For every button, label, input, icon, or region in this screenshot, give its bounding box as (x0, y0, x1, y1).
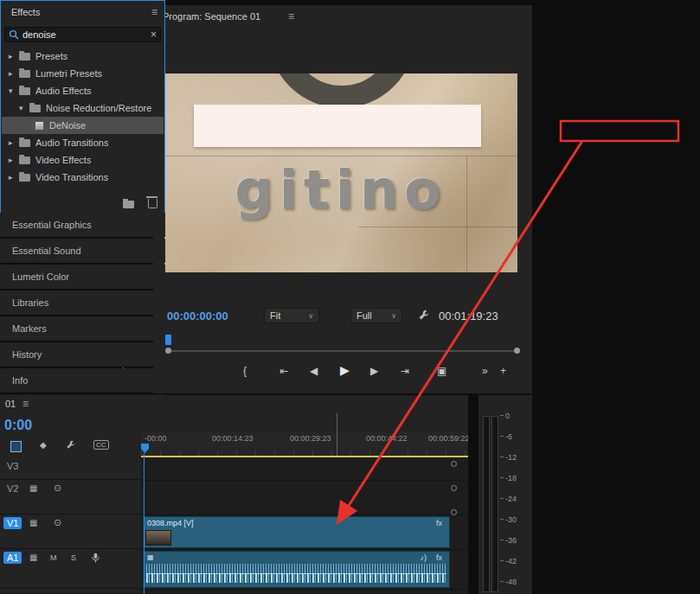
panel-tab-essential-sound[interactable]: Essential Sound (0, 239, 165, 263)
video-clip-0308[interactable]: 0308.mp4 [V] fx (143, 516, 450, 548)
export-frame-button[interactable]: ▣ (437, 365, 446, 377)
track-label-a1[interactable]: A1 (3, 552, 22, 564)
track-scroll-handle[interactable] (451, 461, 457, 467)
meter-scale-label: -42 (505, 558, 517, 565)
clip-badge-icon: ▦ (147, 553, 154, 561)
program-scrubber-track[interactable] (167, 350, 518, 352)
bin-folder-icon (19, 174, 30, 182)
track-header-v1[interactable]: V1 ▦ ⊙ (0, 514, 141, 549)
chevron-down-icon[interactable]: ▾ (9, 86, 19, 95)
panel-tab-essential-graphics[interactable]: Essential Graphics (0, 213, 165, 237)
timeline-settings-wrench-icon[interactable] (66, 440, 75, 451)
tree-item-label: Audio Transitions (35, 137, 108, 148)
bin-folder-icon (19, 156, 30, 164)
mute-button[interactable]: M (50, 553, 57, 562)
panel-menu-icon[interactable]: ≡ (151, 6, 157, 18)
panel-menu-icon[interactable]: ≡ (288, 10, 294, 22)
effects-tree-item-presets[interactable]: ▸ Presets (2, 48, 164, 65)
track-header-v3[interactable]: V3 (0, 457, 141, 480)
effects-tree-item-video-transitions[interactable]: ▸ Video Transitions (2, 169, 164, 186)
effects-search-box[interactable]: × (4, 27, 161, 42)
effects-tree-item-audio-transitions[interactable]: ▸ Audio Transitions (2, 134, 164, 151)
solo-button[interactable]: S (71, 553, 76, 562)
timeline-panel-title[interactable]: 01 (5, 399, 16, 409)
play-button[interactable]: ▶ (340, 363, 350, 377)
effects-tree-item-video-effects[interactable]: ▸ Video Effects (2, 151, 164, 169)
effects-tree-item-audio-effects[interactable]: ▾ Audio Effects (2, 82, 164, 99)
chevron-right-icon[interactable]: ▸ (9, 69, 19, 78)
meter-scale-label: -6 (505, 433, 512, 440)
fx-badge[interactable]: fx (436, 553, 442, 562)
audio-meter-panel: 0 -6 -12 -18 -24 -30 -36 -42 -48 (478, 395, 532, 594)
track-output-eye-icon[interactable]: ⊙ (54, 482, 61, 494)
nest-toggle-icon[interactable] (10, 441, 22, 452)
goto-in-button[interactable]: ⇤ (279, 365, 288, 377)
playback-resolution-select[interactable]: Full ∨ (350, 308, 402, 323)
add-marker-button[interactable]: { (243, 365, 247, 377)
track-label-v3[interactable]: V3 (7, 461, 18, 471)
effects-search-input[interactable] (19, 29, 151, 40)
panel-menu-icon[interactable]: ≡ (22, 398, 29, 410)
audio-meter-bar-left (483, 416, 490, 592)
chevron-down-icon[interactable]: ▾ (19, 104, 29, 112)
more-controls-icon[interactable]: » (482, 365, 488, 377)
panel-tab-libraries[interactable]: Libraries (0, 291, 165, 315)
add-marker-icon[interactable]: ◆ (40, 440, 47, 450)
track-header-v2[interactable]: V2 ▦ ⊙ (0, 480, 141, 514)
tile-seam (164, 156, 517, 156)
chevron-right-icon[interactable]: ▸ (9, 173, 19, 182)
program-scrubber-playhead[interactable] (165, 335, 171, 345)
bin-folder-icon (19, 87, 30, 95)
tree-item-label: Audio Effects (35, 86, 92, 96)
audio-waveform-baseline (146, 573, 446, 574)
source-patch-icon[interactable]: ▦ (29, 552, 37, 562)
track-label-v2[interactable]: V2 (7, 483, 18, 494)
chevron-right-icon[interactable]: ▸ (9, 52, 19, 61)
goto-out-button[interactable]: ⇥ (401, 365, 409, 377)
panel-tab-history[interactable]: History (0, 342, 165, 367)
tile-seam (358, 227, 517, 227)
track-scroll-handle[interactable] (451, 485, 457, 491)
tree-item-label: Presets (35, 51, 67, 61)
effects-tree-item-noise-reduction[interactable]: ▾ Noise Reduction/Restore (2, 99, 164, 117)
wrench-settings-icon[interactable] (418, 310, 429, 323)
effects-tree-item-lumetri-presets[interactable]: ▸ Lumetri Presets (2, 65, 164, 82)
effects-panel: Effects ≡ × ▸ Presets ▸ Lumetri Presets … (0, 0, 165, 214)
track-scroll-handle[interactable] (451, 509, 457, 515)
clear-search-icon[interactable]: × (151, 29, 157, 41)
clip-name-label: 0308.mp4 [V] (147, 519, 194, 527)
audio-clip-0308[interactable]: ▦ ♪) fx (143, 551, 450, 588)
source-patch-icon[interactable]: ▦ (29, 483, 37, 493)
meter-scale-label: -48 (505, 578, 517, 585)
voiceover-mic-icon[interactable] (92, 552, 100, 565)
chevron-right-icon[interactable]: ▸ (9, 156, 19, 164)
add-button-editor-icon[interactable]: + (500, 365, 506, 377)
video-preview[interactable]: gitino (164, 73, 517, 272)
fx-badge[interactable]: fx (436, 519, 442, 527)
step-back-button[interactable]: ◀ (310, 365, 318, 377)
program-current-timecode[interactable]: 00:00:00:00 (167, 310, 228, 323)
effects-tree-item-denoise[interactable]: DeNoise (2, 117, 164, 134)
track-header-column: V3 V2 ▦ ⊙ V1 ▦ ⊙ A1 ▦ M S (0, 457, 141, 594)
step-forward-button[interactable]: ▶ (370, 365, 378, 377)
track-header-a2-partial[interactable] (0, 589, 141, 594)
effects-panel-title[interactable]: Effects (11, 7, 40, 17)
chevron-right-icon[interactable]: ▸ (9, 138, 19, 147)
timeline-current-timecode[interactable]: 0:00 (4, 418, 32, 433)
zoom-level-select[interactable]: Fit ∨ (264, 308, 319, 323)
new-bin-icon[interactable] (123, 201, 134, 208)
program-panel-title[interactable]: Program: Sequence 01 (163, 11, 260, 22)
track-header-a1[interactable]: A1 ▦ M S (0, 549, 141, 589)
preview-dark-ring (268, 73, 415, 108)
panel-tab-markers[interactable]: Markers (0, 316, 165, 341)
panel-tab-info[interactable]: Info (0, 368, 165, 393)
bin-folder-icon (29, 105, 41, 112)
panel-tab-lumetri-color[interactable]: Lumetri Color (0, 265, 165, 289)
track-label-v1[interactable]: V1 (3, 517, 22, 529)
meter-scale-label: -30 (505, 516, 517, 523)
source-patch-icon[interactable]: ▦ (29, 518, 37, 527)
timeline-ruler[interactable]: -00:00 00:00:14:23 00:00:29:23 00:00:44:… (141, 431, 468, 456)
trash-icon[interactable] (148, 199, 157, 208)
captions-badge[interactable]: CC (93, 440, 109, 450)
track-output-eye-icon[interactable]: ⊙ (54, 517, 61, 528)
